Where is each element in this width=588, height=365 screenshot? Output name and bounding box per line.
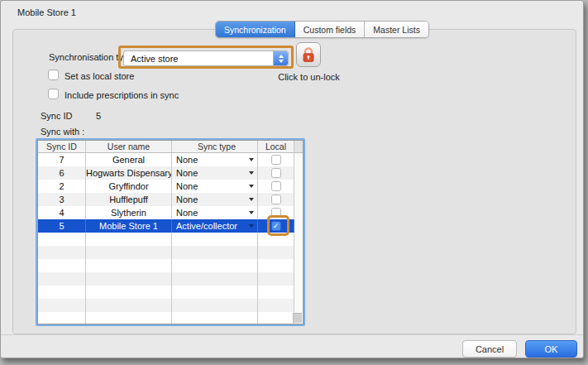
cell-user-name: [86, 259, 172, 272]
table-row-empty[interactable]: [38, 259, 303, 272]
table-row[interactable]: 7GeneralNone: [38, 153, 303, 166]
table-row-empty[interactable]: [38, 286, 303, 299]
table-row[interactable]: 2GryffindorNone: [38, 180, 303, 193]
local-checkbox[interactable]: [271, 181, 281, 191]
scrollbar-track: [294, 193, 303, 206]
sync-type-dropdown[interactable]: Active store: [123, 50, 289, 66]
cell-local: [258, 233, 294, 246]
cell-sync-id: 7: [38, 153, 86, 166]
sync-type-dropdown-caret-icon[interactable]: [249, 211, 254, 214]
sync-type-dropdown-caret-icon[interactable]: [249, 198, 254, 201]
cell-local: [258, 246, 294, 259]
scrollbar-corner: [293, 313, 302, 323]
sync-type-highlight: Active store: [118, 46, 294, 69]
scrollbar-track: [294, 246, 303, 259]
cell-user-name: [86, 246, 172, 259]
scrollbar-track: [294, 299, 303, 312]
column-header-sync-type[interactable]: Sync type: [172, 141, 258, 152]
cell-local: [258, 312, 294, 324]
table-row[interactable]: 4SlytherinNone: [38, 206, 303, 219]
cell-local: [258, 286, 294, 299]
sync-type-dropdown-caret-icon[interactable]: [249, 224, 254, 228]
cell-sync-type: None: [172, 193, 258, 206]
scrollbar-track: [294, 166, 303, 180]
cell-user-name: [86, 299, 172, 312]
cell-sync-type: None: [172, 153, 258, 166]
cell-sync-id: 4: [38, 206, 86, 219]
cell-sync-type: [172, 312, 258, 324]
sync-with-label: Sync with :: [41, 127, 84, 137]
window-title: Mobile Store 1: [17, 7, 76, 17]
cell-user-name: [86, 312, 172, 324]
cell-sync-id: 5: [38, 219, 86, 233]
cancel-button[interactable]: Cancel: [462, 340, 517, 358]
column-header-user-name[interactable]: User name: [86, 141, 172, 152]
tab-master-lists[interactable]: Master Lists: [365, 22, 428, 37]
cell-local: ✓: [258, 219, 294, 233]
scrollbar-track: [294, 286, 303, 299]
table-row[interactable]: 3HufflepuffNone: [38, 193, 303, 206]
ok-button[interactable]: OK: [525, 340, 577, 358]
cell-user-name: Mobile Store 1: [86, 219, 172, 233]
local-checkbox[interactable]: [271, 155, 281, 165]
table-row-empty[interactable]: [38, 233, 303, 246]
cell-local: [258, 299, 294, 312]
table-row[interactable]: 6Hogwarts DispensaryNone: [38, 166, 303, 180]
cell-local: [258, 259, 294, 272]
scrollbar-track: [294, 272, 303, 286]
cell-sync-type: [172, 246, 258, 259]
cell-local: [258, 153, 294, 166]
scrollbar-track: [294, 259, 303, 272]
cell-local: [258, 272, 294, 286]
cell-sync-id: [38, 299, 86, 312]
local-checkbox[interactable]: [271, 168, 281, 178]
local-checkbox[interactable]: [271, 208, 281, 218]
footer-divider: [1, 334, 583, 335]
cell-sync-type: [172, 259, 258, 272]
tab-bar: Synchronization Custom fields Master Lis…: [215, 21, 429, 38]
include-prescriptions-checkbox[interactable]: [48, 89, 59, 99]
scrollbar-track: [294, 206, 303, 219]
sync-table-body: 7GeneralNone6Hogwarts DispensaryNone2Gry…: [38, 153, 303, 324]
column-header-sync-id[interactable]: Sync ID: [38, 141, 86, 152]
cell-sync-id: [38, 233, 86, 246]
sync-type-dropdown-caret-icon[interactable]: [249, 158, 254, 161]
cell-user-name: Hufflepuff: [86, 193, 172, 206]
cell-sync-id: [38, 246, 86, 259]
scrollbar-track: [294, 233, 303, 246]
unlock-caption: Click to un-lock: [274, 72, 344, 82]
tab-custom-fields[interactable]: Custom fields: [295, 22, 366, 37]
sync-type-dropdown-caret-icon[interactable]: [249, 171, 254, 175]
cell-sync-type: [172, 272, 258, 286]
sync-type-dropdown-caret-icon[interactable]: [249, 185, 254, 188]
include-prescriptions-label: Include prescriptions in sync: [65, 90, 179, 100]
cell-local: [258, 206, 294, 219]
local-checkbox[interactable]: ✓: [271, 221, 281, 231]
column-header-local[interactable]: Local: [258, 141, 294, 152]
table-row-empty[interactable]: [38, 246, 303, 259]
cell-user-name: Hogwarts Dispensary: [86, 166, 172, 180]
set-local-store-checkbox[interactable]: [48, 70, 59, 80]
cell-user-name: General: [86, 153, 172, 166]
cell-sync-type: Active/collector: [172, 219, 258, 233]
unlock-button[interactable]: [296, 42, 321, 67]
cell-user-name: [86, 286, 172, 299]
cell-local: [258, 166, 294, 180]
table-row-empty[interactable]: [38, 312, 303, 324]
table-row-empty[interactable]: [38, 272, 303, 286]
table-row-empty[interactable]: [38, 299, 303, 312]
dropdown-stepper-icon: [273, 51, 288, 65]
sync-type-value: Active store: [124, 54, 273, 64]
scrollbar-track: [294, 219, 303, 233]
cell-sync-type: [172, 233, 258, 246]
sync-table-inner: Sync ID User name Sync type Local 7Gener…: [37, 140, 304, 324]
cell-sync-id: [38, 286, 86, 299]
local-checkbox[interactable]: [271, 195, 281, 204]
table-row[interactable]: 5Mobile Store 1Active/collector✓: [38, 219, 303, 233]
lock-icon: [301, 46, 316, 63]
cell-user-name: Slytherin: [86, 206, 172, 219]
tab-synchronization[interactable]: Synchronization: [216, 22, 295, 37]
cell-sync-id: 6: [38, 166, 86, 180]
cell-sync-type: None: [172, 166, 258, 180]
set-local-store-label: Set as local store: [65, 71, 134, 81]
